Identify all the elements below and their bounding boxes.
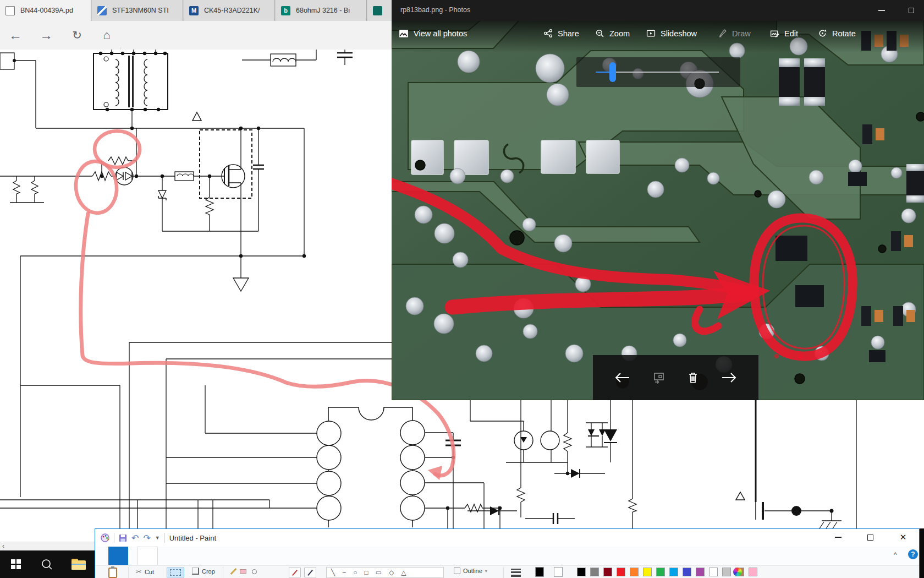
zoom-icon [595,29,604,38]
maximize-icon [867,535,873,541]
previous-photo-button[interactable] [614,372,630,384]
palette-color[interactable] [656,568,665,576]
view-all-photos-button[interactable]: View all photos [399,29,467,39]
rotate-button[interactable]: Rotate [818,29,856,38]
start-button[interactable] [7,555,25,574]
save-icon[interactable] [119,534,127,542]
outline-icon [454,568,460,574]
palette-color[interactable] [749,568,757,576]
delete-trash-button[interactable] [687,371,699,384]
tab-title: BN44-00439A.pd [20,7,73,14]
palette-color[interactable] [577,568,586,576]
shape-icon[interactable]: ▭ [376,569,382,576]
draw-pen-icon [718,29,727,38]
scroll-left-icon[interactable]: ‹ [2,542,4,550]
browser-tab[interactable]: M CK45-R3AD221K/ [184,0,275,21]
clipboard-icon [108,568,117,578]
minimize-icon [878,10,885,11]
shape-icon[interactable]: ╲ [331,569,335,576]
paint-ribbon-tabs: ^ ? [95,547,919,565]
back-icon[interactable]: ← [4,24,26,46]
forward-icon[interactable]: → [35,24,57,46]
tab-title: CK45-R3AD221K/ [204,7,260,14]
color1-swatch[interactable] [535,567,546,577]
tab-favicon-icon [6,6,15,15]
paint-app-icon [101,533,109,542]
cut-button[interactable]: ✂ Cut [136,568,154,576]
photos-maximize-button[interactable] [899,0,924,21]
color-palette [577,568,759,576]
palette-color[interactable] [683,568,691,576]
palette-color[interactable] [669,568,678,576]
refresh-icon[interactable]: ↻ [66,24,88,46]
browser-horizontal-scrollbar[interactable]: ‹ [0,542,95,550]
undo-icon[interactable]: ↶ [131,533,139,543]
taskbar-search-button[interactable] [37,555,56,574]
edit-colors-button[interactable] [733,568,742,576]
palette-color[interactable] [603,568,612,576]
crop-button[interactable]: Crop [192,568,215,575]
shape-icon[interactable]: ~ [342,569,346,576]
palette-color[interactable] [696,568,705,576]
paint-tab[interactable] [181,547,201,565]
size-dropdown[interactable] [511,569,521,577]
photos-bottom-bar [593,355,758,400]
search-icon [41,558,53,570]
draw-button[interactable]: Draw [718,29,751,38]
zoom-slider-track[interactable] [613,72,719,73]
shape-icon[interactable]: △ [401,569,406,576]
outline-dropdown[interactable]: Outline ▾ [454,568,487,574]
paint-minimize-button[interactable] [826,529,851,546]
paint-ribbon: ✂ Cut Crop [95,565,919,578]
select-tool[interactable] [167,568,184,577]
zoom-slider-handle[interactable] [609,62,616,82]
qat-dropdown-icon[interactable]: ▼ [155,535,160,541]
paint-close-button[interactable]: ✕ [890,529,916,546]
browser-tab[interactable]: STF13NM60N STI [92,0,183,21]
palette-color[interactable] [630,568,639,576]
browser-tab[interactable]: BN44-00439A.pd [0,0,91,21]
zoom-slider-flyout [576,57,740,87]
share-button[interactable]: Share [543,29,579,38]
desktop: BN44-00439A.pd STF13NM60N STI M CK45-R3A… [0,0,924,578]
browser-tab[interactable]: b 68ohmJ 3216 - Bi [276,0,367,21]
ribbon-collapse-icon[interactable]: ^ [894,551,897,559]
palette-color[interactable] [590,568,599,576]
taskbar [0,550,95,578]
chevron-down-icon: ▾ [485,569,487,574]
slideshow-button[interactable]: Slideshow [646,29,697,38]
browser-tab[interactable] [367,0,392,21]
palette-color[interactable] [617,568,625,576]
palette-color[interactable] [709,568,718,576]
paint-tab[interactable] [137,547,158,565]
help-button[interactable]: ? [908,549,918,559]
file-explorer-button[interactable] [69,555,88,574]
edit-button[interactable]: Edit [770,29,798,38]
copy-to-icon[interactable] [652,372,666,384]
paint-maximize-button[interactable] [857,529,883,546]
scissors-icon: ✂ [136,568,142,576]
shapes-gallery[interactable]: ╲~○□▭◇△ [326,567,444,578]
shape-icon[interactable]: □ [365,569,369,576]
tab-title: 68ohmJ 3216 - Bi [296,7,350,14]
shape-icon[interactable]: ◇ [389,569,394,576]
paint-window: ↶ ↷ ▼ Untitled - Paint ✕ ^ ? [95,528,920,578]
next-photo-button[interactable] [721,372,738,384]
tab-title: STF13NM60N STI [112,7,169,14]
current-color-1 [535,567,544,577]
photos-minimize-button[interactable] [869,0,894,21]
paste-button[interactable] [108,568,117,578]
tab-favicon-icon [97,6,107,15]
palette-color[interactable] [643,568,652,576]
drawing-tools[interactable] [233,568,257,575]
zoom-button[interactable]: Zoom [595,29,630,38]
home-icon[interactable]: ⌂ [96,24,118,46]
redo-icon[interactable]: ↷ [143,533,150,543]
divider [114,533,114,543]
brush-tools[interactable] [289,568,316,577]
color2-swatch[interactable] [554,567,564,577]
palette-color[interactable] [722,568,731,576]
shape-icon[interactable]: ○ [353,569,357,576]
paint-tab[interactable] [108,547,128,565]
photos-toolbar: View all photos Share Zoom [392,21,924,53]
